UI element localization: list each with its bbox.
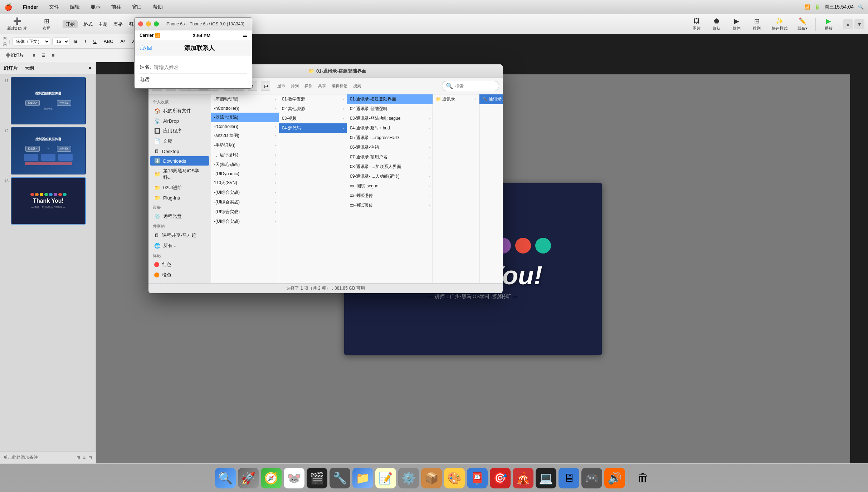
dock-tools-icon[interactable]: 🔧 [330,468,350,488]
menu-file[interactable]: 文件 [47,3,61,11]
slide-item-11[interactable]: 11 控制器的数据传递 控制器A → 控制器B 数据传递 [2,77,93,124]
slide-thumb-13[interactable]: Thank You! — 讲师：广州-黑马iOS学科 — [11,177,86,225]
font-size-select[interactable]: 16 [52,38,69,45]
finder-search-input[interactable] [455,84,495,89]
sidebar-item-all-files[interactable]: 🏠 我的所有文件 [150,106,209,116]
ios-name-input[interactable] [154,64,247,70]
align-right-button[interactable]: ≡ [49,52,57,59]
file-item-ui2[interactable]: -(UI综合实战)› [211,197,279,207]
slide-thumb-12[interactable]: 控制器的数据传递 控制器A → 控制器B [11,127,86,174]
file-item-other-resources[interactable]: 02-其他资源› [279,104,347,114]
file-item-ui4[interactable]: -(UI综合实战)› [211,217,279,226]
dock-trash-icon[interactable]: 🗑 [633,468,653,488]
dock-safari-icon[interactable]: 🧭 [261,468,282,488]
menu-help[interactable]: 帮助 [151,3,165,11]
file-item-project-01[interactable]: 01-通讯录-搭建登陆界面› [347,94,433,104]
layout-button[interactable]: ⊞ 布局 [38,16,55,33]
file-item-art2d[interactable]: -artz2D 绘图)› [211,131,279,141]
dock-package-icon[interactable]: 📦 [421,468,442,488]
scroll-down-button[interactable]: ▼ [854,19,864,29]
dock-target-icon[interactable]: 🎯 [490,468,511,488]
sidebar-item-all-shared[interactable]: 🌐 所有... [150,241,209,251]
note-bar[interactable]: 单击此处添加备注 ⊞ ≡ ⊟ [0,451,96,463]
new-slide-button[interactable]: ➕ 新建幻灯片 [4,16,30,33]
file-item-rctrl[interactable]: -rController))› [211,122,279,131]
menu-view[interactable]: 显示 [88,3,103,11]
dock-sketch-icon[interactable]: 🎨 [444,468,465,488]
sidebar-item-desktop[interactable]: 🖥 Desktop [150,147,209,156]
file-item-xcodeproj[interactable]: 🔨 通讯录.xcodeproj [479,94,503,104]
dock-finder-icon[interactable]: 🔍 [215,468,236,488]
finder-menu[interactable]: Finder [21,4,40,11]
sim-close-button[interactable] [138,21,143,26]
sidebar-item-tag-red[interactable]: 红色 [150,260,209,270]
file-item-project-08[interactable]: 08-通讯录-....加联系人界面› [347,162,433,172]
file-item-project-07[interactable]: 07-通讯录-顶用户名› [347,152,433,162]
underline-button[interactable]: U [91,38,99,45]
image-insert-button[interactable]: 🖼 图片 [688,16,705,33]
dock-launchpad-icon[interactable]: 🚀 [238,468,259,488]
dock-game-icon[interactable]: 🎮 [581,468,602,488]
file-item-project-06[interactable]: 06-通讯录-注销› [347,143,433,152]
file-item-gesture[interactable]: -手势识别))› [211,141,279,150]
menu-go[interactable]: 前往 [109,3,123,11]
font-family-select[interactable]: 宋体（正文） [12,38,50,45]
dock-mail-icon[interactable]: 📮 [467,468,488,488]
sidebar-item-downloads[interactable]: ⬇️ Downloads [150,156,209,166]
slides-tab[interactable]: 幻灯片 [4,65,18,72]
align-center-button[interactable]: ☰ [39,52,48,59]
menu-edit[interactable]: 编辑 [68,3,82,11]
italic-button[interactable]: I [82,38,89,45]
ios-back-button[interactable]: ‹ 返回 [140,45,152,51]
file-item-project-02[interactable]: 02-通讯录-登陆逻辑› [347,104,433,114]
scroll-up-button[interactable]: ▲ [843,19,853,29]
shape-insert-button[interactable]: ⬟ 形状 [708,16,725,33]
dock-settings-icon[interactable]: ⚙️ [398,468,419,488]
slide-item-12[interactable]: 12 控制器的数据传递 控制器A → 控制器B [2,127,93,174]
file-item-project-xx1[interactable]: xx- 测试 segue› [347,181,433,191]
tag-button[interactable]: 🏷 [261,82,270,91]
apple-icon[interactable]: 🍎 [4,3,12,11]
spotlight-icon[interactable]: 🔍 [858,4,864,10]
dock-monitor-icon[interactable]: 💻 [536,468,556,488]
file-item-project-03[interactable]: 03-通讯录-登陆功能 segue› [347,114,433,123]
note-view-icon[interactable]: ⊟ [88,455,92,460]
media-insert-button[interactable]: ▶ 媒体 [728,16,745,33]
file-item-tongxunlu-folder[interactable]: 📁 通讯录› [433,94,479,104]
file-item-nctrl[interactable]: -nController))› [211,104,279,113]
format-tab-format[interactable]: 格式 [83,21,93,28]
dock-movies-icon[interactable]: 🎬 [307,468,327,488]
sidebar-item-shared-course[interactable]: 🖥 课程共享-马方超 [150,230,209,240]
file-item-svn[interactable]: 110天(SVN)› [211,178,279,188]
align-left-button[interactable]: ≡ [30,52,38,59]
file-item-project-04[interactable]: 04-通讯录-延时+ hud› [347,123,433,133]
file-item-project-xx2[interactable]: xx-测试逻传› [347,191,433,201]
dock-sound-icon[interactable]: 🔊 [604,468,625,488]
file-item-project-05[interactable]: 05-通讯录-....rogressHUD› [347,133,433,143]
format-tab-theme[interactable]: 主题 [98,21,108,28]
strikethrough-button[interactable]: ABC [101,38,116,45]
dock-ppt-icon[interactable]: 🎪 [513,468,533,488]
sidebar-item-documents[interactable]: 📄 文稿 [150,136,209,146]
file-item-ui3[interactable]: -(UI综合实战)› [211,207,279,217]
play-button[interactable]: ▶ 播放 [820,16,837,33]
dock-mouse-icon[interactable]: 🐭 [284,468,304,488]
menu-window[interactable]: 窗口 [130,3,144,11]
panel-close-button[interactable]: ✕ [88,65,92,71]
note-list-icon[interactable]: ≡ [83,455,86,460]
file-item-coreanim[interactable]: -天(核心动画)› [211,160,279,169]
file-item-runloop[interactable]: -、运行循环)› [211,150,279,160]
slide-thumb-11[interactable]: 控制器的数据传递 控制器A → 控制器B 数据传递 [11,77,86,124]
note-grid-icon[interactable]: ⊞ [77,455,80,460]
quick-style-button[interactable]: ✨ 快速样式 [768,16,791,33]
file-item-source-code[interactable]: 04-源代码› [279,123,347,133]
sidebar-item-applications[interactable]: 🔲 应用程序 [150,126,209,136]
sim-minimize-button[interactable] [146,21,151,26]
new-slide-small-button[interactable]: ➕幻灯片 [3,51,26,59]
dock-folder-icon[interactable]: 📁 [352,468,373,488]
file-item-ui1[interactable]: -(UI综合实战)› [211,188,279,197]
file-item-project-xx3[interactable]: xx-测试顶传› [347,201,433,210]
sidebar-item-blackhorse[interactable]: 📁 第13周黑马iOS学科... [150,166,209,182]
file-item-composite[interactable]: -器综合演练)› [211,113,279,122]
dock-notes-icon[interactable]: 📝 [375,468,396,488]
